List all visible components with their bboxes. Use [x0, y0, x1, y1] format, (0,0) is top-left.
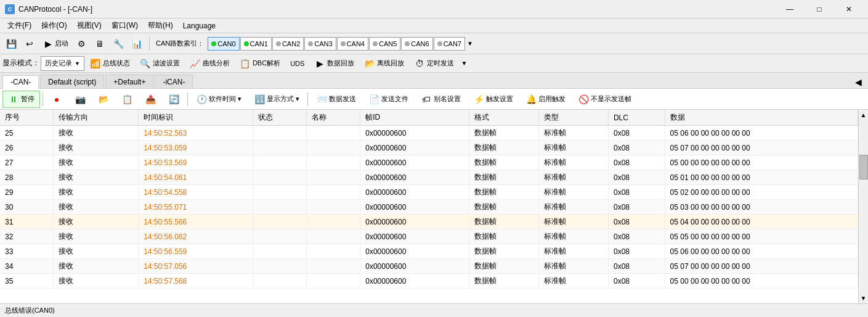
menu-language[interactable]: Language	[178, 20, 221, 31]
table-row[interactable]: 31接收14:50:55.5660x00000600数据帧标准帧0x0805 0…	[0, 215, 858, 229]
toolbar2-more-arrow[interactable]: ▼	[461, 60, 467, 67]
table-row[interactable]: 33接收14:50:56.5590x00000600数据帧标准帧0x0805 0…	[0, 244, 858, 259]
pause-icon: ⏸	[8, 94, 19, 105]
table-scroll[interactable]: 序号 传输方向 时间标识 状态 名称 帧ID 格式 类型 DLC 数据 25接收…	[0, 110, 858, 303]
can2-label: CAN2	[282, 40, 300, 47]
maximize-button[interactable]: □	[805, 0, 834, 19]
record-button[interactable]: ●	[46, 91, 68, 108]
filter-settings-button[interactable]: 🔍 滤波设置	[136, 56, 184, 71]
camera-button[interactable]: 📷	[69, 91, 91, 108]
col-type: 类型	[539, 110, 609, 126]
open-icon: 📂	[98, 94, 109, 105]
table-row[interactable]: 30接收14:50:55.0710x00000600数据帧标准帧0x0805 0…	[0, 200, 858, 215]
offline-label: 离线回放	[377, 59, 404, 68]
separator2	[187, 93, 188, 106]
tab-ican[interactable]: -iCAN-	[155, 75, 193, 88]
can-selector: CAN0 CAN1 CAN2 CAN3 CAN4 CAN5 CAN6 CAN7	[208, 37, 474, 51]
menu-file[interactable]: 文件(F)	[2, 19, 36, 32]
menu-window[interactable]: 窗口(W)	[107, 19, 143, 32]
tab-scroll-right[interactable]: ◀	[851, 76, 866, 88]
can6-button[interactable]: CAN6	[401, 37, 432, 51]
offline-playback-button[interactable]: 📂 离线回放	[360, 56, 408, 71]
title-bar: C CANProtocol - [-CAN-] — □ ✕	[0, 0, 868, 19]
scroll-down-arrow[interactable]: ▼	[861, 293, 867, 303]
table-row[interactable]: 28接收14:50:54.0610x00000600数据帧标准帧0x0805 0…	[0, 170, 858, 185]
menu-operate[interactable]: 操作(O)	[36, 19, 71, 32]
table-area: 序号 传输方向 时间标识 状态 名称 帧ID 格式 类型 DLC 数据 25接收…	[0, 110, 868, 303]
monitor-icon: 🖥	[94, 38, 105, 49]
enable-label: 启用触发	[538, 94, 566, 104]
copy-button[interactable]: 📋	[116, 91, 138, 108]
soft-time-label: 软件时间	[209, 94, 236, 104]
display-mode-button[interactable]: 🔢 显示方式 ▾	[248, 91, 305, 108]
chart-icon: 📊	[131, 38, 142, 49]
scroll-up-arrow[interactable]: ▲	[861, 110, 867, 120]
menu-view[interactable]: 视图(V)	[72, 19, 107, 32]
table-row[interactable]: 35接收14:50:57.5680x00000600数据帧标准帧0x0805 0…	[0, 274, 858, 289]
send-icon: 📨	[316, 94, 327, 105]
can7-dot	[437, 41, 442, 46]
save-button[interactable]: 💾	[2, 36, 20, 52]
data-playback-label: 数据回放	[327, 59, 354, 68]
can1-label: CAN1	[250, 40, 268, 47]
can2-dot	[276, 41, 281, 46]
pause-button[interactable]: ⏸ 暂停	[2, 91, 40, 108]
can5-button[interactable]: CAN5	[369, 37, 400, 51]
tb-icon1-btn[interactable]: ⚙	[73, 36, 90, 52]
can-route-label: CAN路数索引：	[156, 39, 204, 48]
export-button[interactable]: 📤	[139, 91, 161, 108]
enable-trigger-button[interactable]: 🔔 启用触发	[520, 91, 571, 108]
can3-button[interactable]: CAN3	[304, 37, 336, 51]
camera-icon: 📷	[75, 94, 86, 105]
trigger-settings-button[interactable]: ⚡ 触发设置	[468, 91, 519, 108]
table-row[interactable]: 27接收14:50:53.5690x00000600数据帧标准帧0x0805 0…	[0, 155, 858, 170]
tab-default-script[interactable]: Default (script)	[40, 75, 104, 88]
open-button[interactable]: 📂	[92, 91, 115, 108]
dbc-parse-button[interactable]: 📋 DBC解析	[235, 56, 285, 71]
hide-send-button[interactable]: 🚫 不显示发送帧	[572, 91, 637, 108]
hide-icon: 🚫	[578, 94, 589, 105]
table-row[interactable]: 25接收14:50:52.5630x00000600数据帧标准帧0x0805 0…	[0, 126, 858, 141]
scrollbar-vertical[interactable]: ▲ ▼	[858, 110, 868, 303]
can0-button[interactable]: CAN0	[208, 37, 239, 51]
tab-can-label: -CAN-	[10, 78, 31, 86]
tb-icon2-btn[interactable]: 🖥	[91, 36, 108, 52]
tab-default-plus[interactable]: +Default+	[105, 75, 153, 88]
tb-icon3-btn[interactable]: 🔧	[110, 36, 127, 52]
trigger-label: 触发设置	[486, 94, 513, 104]
start-button[interactable]: ▶ 启动	[39, 36, 71, 52]
table-row[interactable]: 26接收14:50:53.0590x00000600数据帧标准帧0x0805 0…	[0, 141, 858, 155]
can4-button[interactable]: CAN4	[337, 37, 368, 51]
col-time: 时间标识	[139, 110, 253, 126]
tab-can[interactable]: -CAN-	[2, 75, 39, 89]
scroll-thumb[interactable]	[859, 155, 868, 179]
bus-status-button[interactable]: 📶 总线状态	[86, 56, 134, 71]
send-file-button[interactable]: 📄 发送文件	[363, 91, 414, 108]
soft-time-button[interactable]: 🕐 软件时间 ▾	[190, 91, 247, 108]
display-mode-label: 显示模式：	[2, 58, 39, 68]
can7-button[interactable]: CAN7	[434, 37, 465, 51]
can1-button[interactable]: CAN1	[240, 37, 272, 51]
menu-help[interactable]: 帮助(H)	[143, 19, 178, 32]
table-row[interactable]: 29接收14:50:54.5580x00000600数据帧标准帧0x0805 0…	[0, 185, 858, 200]
can-more-arrow[interactable]: ▼	[466, 40, 474, 47]
separator	[149, 37, 150, 51]
table-row[interactable]: 32接收14:50:56.0620x00000600数据帧标准帧0x0805 0…	[0, 229, 858, 244]
alias-settings-button[interactable]: 🏷 别名设置	[415, 91, 466, 108]
display-mode-value: 历史记录	[45, 59, 72, 68]
back-button[interactable]: ↩	[21, 36, 38, 52]
tb-icon4-btn[interactable]: 📊	[128, 36, 145, 52]
display-mode-selector[interactable]: 历史记录 ▼	[41, 56, 84, 71]
timer-send-button[interactable]: ⏱ 定时发送	[410, 56, 458, 71]
close-button[interactable]: ✕	[835, 0, 863, 19]
back-icon: ↩	[24, 38, 35, 49]
data-playback-button[interactable]: ▶ 数据回放	[310, 56, 359, 71]
refresh-button[interactable]: 🔄	[163, 91, 185, 108]
curve-analysis-button[interactable]: 📈 曲线分析	[185, 56, 234, 71]
data-send-button[interactable]: 📨 数据发送	[310, 91, 362, 108]
uds-button[interactable]: UDS	[286, 56, 309, 71]
can2-button[interactable]: CAN2	[272, 37, 304, 51]
can6-label: CAN6	[411, 40, 429, 47]
minimize-button[interactable]: —	[776, 0, 804, 19]
table-row[interactable]: 34接收14:50:57.0560x00000600数据帧标准帧0x0805 0…	[0, 259, 858, 274]
